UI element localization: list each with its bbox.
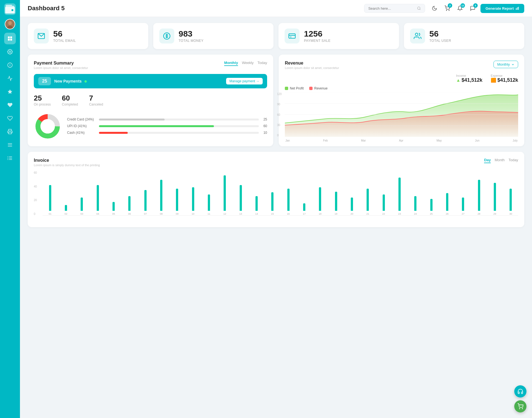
cart-badge: 2 — [448, 3, 452, 8]
svg-rect-6 — [10, 37, 12, 39]
bar-col-11: 11 — [201, 194, 216, 215]
heart-outline-icon — [7, 116, 13, 121]
tab-today[interactable]: Today — [257, 61, 267, 66]
legend-dot-revenue — [309, 87, 313, 90]
bar-col-15: 15 — [265, 192, 280, 215]
sidebar-item-heart-outline[interactable] — [4, 112, 16, 124]
sidebar-item-favorites[interactable] — [4, 86, 16, 98]
donut-svg — [34, 112, 62, 140]
sidebar-logo[interactable] — [4, 3, 16, 15]
content-area: 56 TOTAL EMAIL 983 TOTAL MONEY — [20, 17, 532, 418]
status-dot — [85, 80, 87, 83]
invoice-tab-day[interactable]: Day — [484, 158, 491, 163]
manage-payment-link[interactable]: Manage payment → — [226, 78, 263, 84]
sidebar-item-dashboard[interactable] — [4, 33, 16, 44]
bar-col-29: 29 — [487, 183, 502, 215]
bar-label-22: 22 — [382, 212, 385, 215]
payment-summary-title-group: Payment Summary Lorem ipsum dolor sit am… — [34, 61, 88, 70]
main-content: Dashboard 5 2 — [20, 0, 532, 418]
bar-col-16: 16 — [281, 189, 296, 215]
svg-point-27 — [449, 10, 449, 11]
stat-card-money: 983 TOTAL MONEY — [153, 23, 274, 49]
bar-label-20: 20 — [351, 212, 353, 215]
invoice-tab-today[interactable]: Today — [508, 158, 518, 163]
bar-1 — [49, 185, 51, 211]
bar-30 — [510, 189, 512, 211]
bar-col-18: 18 — [313, 187, 328, 215]
tab-monthly[interactable]: Monthly — [224, 61, 238, 66]
invoice-tab-month[interactable]: Month — [495, 158, 505, 163]
fab-container — [514, 385, 526, 412]
bar-col-1: 01 — [43, 185, 57, 215]
sidebar-item-info[interactable] — [4, 59, 16, 71]
cart-button[interactable]: 2 — [442, 3, 452, 13]
stat-number-money: 983 — [179, 30, 204, 38]
tab-weekly[interactable]: Weekly — [242, 61, 254, 66]
svg-rect-5 — [8, 37, 10, 39]
revenue-x-labels: Jan Feb Mar Apr May Jun July — [285, 139, 518, 142]
generate-report-button[interactable]: Generate Report — [480, 4, 524, 13]
chat-button[interactable]: 5 — [468, 3, 478, 13]
bar-col-21: 21 — [360, 189, 375, 215]
revenue-subtitle: Lorem ipsum dolor sit amet, consectetur — [285, 66, 339, 70]
payment-summary-title: Payment Summary — [34, 61, 88, 66]
bar-3 — [81, 198, 83, 211]
trio-num-canceled: 7 — [89, 94, 103, 102]
bar-label-7: 07 — [144, 212, 147, 215]
bar-col-13: 13 — [233, 185, 248, 215]
progress-label-upi: UPI ID (41%) — [67, 124, 96, 128]
bar-col-12: 12 — [218, 175, 232, 215]
sidebar-item-analytics[interactable] — [4, 73, 16, 84]
grid-icon — [7, 36, 13, 41]
trio-label-completed: Completed — [62, 102, 78, 106]
sidebar-item-menu[interactable] — [4, 139, 16, 151]
bell-button[interactable]: 12 — [455, 3, 465, 13]
avatar[interactable] — [5, 19, 15, 29]
revenue-chart: Jan Feb Mar Apr May Jun July 120 90 60 3… — [285, 93, 518, 137]
stat-card-user: 56 TOTAL USER — [404, 23, 525, 49]
chat-badge: 5 — [473, 3, 478, 8]
bar-label-23: 23 — [398, 212, 401, 215]
bar-11 — [208, 194, 210, 211]
money-icon — [163, 32, 171, 40]
legend-net-profit: Net Profit — [285, 86, 304, 90]
headset-fab[interactable] — [514, 385, 526, 398]
bar-label-27: 27 — [462, 212, 464, 215]
sidebar-item-liked[interactable] — [4, 99, 16, 111]
bar-label-9: 09 — [176, 212, 178, 215]
bar-27 — [462, 198, 464, 211]
bar-col-28: 28 — [472, 180, 486, 215]
revenue-card: Revenue Lorem ipsum dolor sit amet, cons… — [279, 55, 524, 146]
sidebar-item-print[interactable] — [4, 126, 16, 137]
bar-label-24: 24 — [414, 212, 417, 215]
bar-13 — [240, 185, 242, 211]
bar-label-5: 05 — [112, 212, 115, 215]
search-input[interactable] — [368, 6, 415, 11]
svg-point-47 — [522, 408, 523, 409]
sidebar-item-settings[interactable] — [4, 46, 16, 58]
bar-label-6: 06 — [128, 212, 131, 215]
stat-info-email: 56 TOTAL EMAIL — [53, 30, 76, 43]
gear-icon — [7, 49, 13, 55]
bar-col-27: 27 — [456, 198, 470, 215]
cart-fab[interactable] — [514, 400, 526, 412]
bar-chart-inner: 0102030405060708091011121314151617181920… — [43, 171, 518, 216]
invoice-card: Invoice Lorem ipsum is simply dummy text… — [28, 152, 524, 227]
bar-label-18: 18 — [319, 212, 321, 215]
sidebar-item-list[interactable] — [4, 152, 16, 164]
bar-label-26: 26 — [446, 212, 449, 215]
progress-bar-bg-cash — [99, 132, 259, 134]
chart-bar-icon — [7, 76, 13, 81]
stats-row: 56 TOTAL EMAIL 983 TOTAL MONEY — [28, 23, 524, 49]
svg-point-26 — [446, 10, 447, 11]
payment-summary-tabs: Monthly Weekly Today — [224, 61, 267, 66]
bar-col-26: 26 — [440, 193, 454, 215]
income-arrow-icon: ▲ — [456, 78, 461, 83]
invoice-header: Invoice Lorem ipsum is simply dummy text… — [34, 158, 518, 167]
new-payments-left: 25 New Payments — [38, 77, 87, 85]
theme-toggle-button[interactable] — [429, 3, 439, 13]
revenue-monthly-dropdown[interactable]: Monthly — [493, 61, 518, 68]
bar-col-7: 07 — [138, 190, 153, 215]
payment-summary-card: Payment Summary Lorem ipsum dolor sit am… — [28, 55, 273, 146]
bar-label-15: 15 — [271, 212, 274, 215]
